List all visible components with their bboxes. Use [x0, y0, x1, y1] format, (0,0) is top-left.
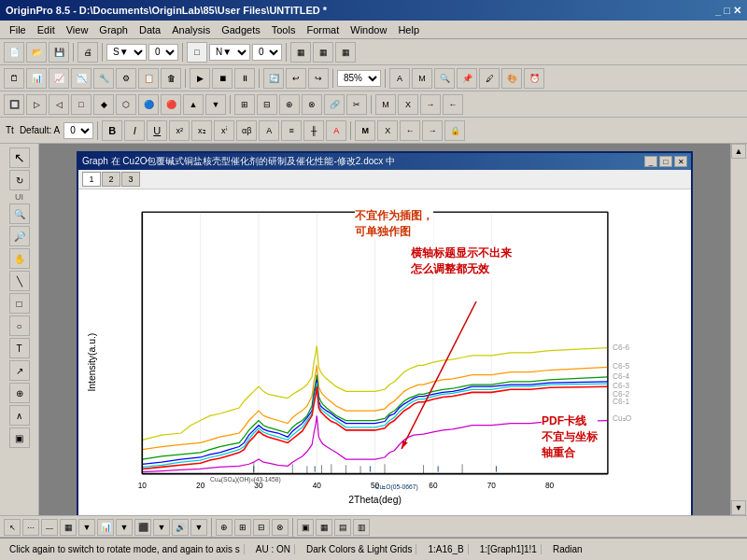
color-text-btn[interactable]: A: [326, 120, 346, 141]
n-select[interactable]: N▼: [209, 44, 250, 61]
color-btn[interactable]: □: [187, 42, 207, 63]
bt1-6[interactable]: 📊: [97, 519, 114, 536]
tb2-14[interactable]: ↪: [308, 68, 329, 89]
tb3-9[interactable]: ▲: [183, 94, 204, 115]
menu-data[interactable]: Data: [134, 22, 166, 37]
bt1-19[interactable]: ▥: [353, 519, 370, 536]
tb2-10[interactable]: ⏹: [212, 68, 233, 89]
num-select[interactable]: 0: [252, 44, 282, 61]
scroll-down-btn[interactable]: ▼: [731, 500, 746, 515]
tb3-14[interactable]: ⊗: [302, 94, 322, 115]
menu-view[interactable]: View: [61, 22, 94, 37]
arrow-right-btn[interactable]: →: [422, 120, 443, 141]
graph-close-btn[interactable]: ✕: [674, 156, 687, 167]
bt1-1[interactable]: ↖: [4, 519, 21, 536]
scroll-up-btn[interactable]: ▲: [731, 144, 746, 159]
tb2-6[interactable]: ⚙: [116, 68, 136, 89]
arrow-left-btn[interactable]: ←: [400, 120, 420, 141]
tb2-8[interactable]: 🗑: [161, 68, 181, 89]
bt1-18[interactable]: ▤: [334, 519, 351, 536]
tb2-17[interactable]: 🔍: [434, 68, 455, 89]
bt1-13[interactable]: ⊞: [234, 519, 251, 536]
mode-x-btn[interactable]: X: [377, 120, 398, 141]
rotate-tool[interactable]: ↻: [9, 170, 30, 190]
draw-rect-tool[interactable]: □: [9, 293, 30, 314]
draw-line-tool[interactable]: ╲: [9, 271, 30, 291]
bt1-3[interactable]: —: [41, 519, 58, 536]
tb2-2[interactable]: 📊: [26, 68, 47, 89]
tb2-21[interactable]: ⏰: [524, 68, 544, 89]
menu-gadgets[interactable]: Gadgets: [216, 22, 266, 37]
bt1-7[interactable]: ▼: [116, 519, 133, 536]
lock-btn[interactable]: 🔒: [444, 120, 465, 141]
pointer-tool[interactable]: ↖: [9, 147, 30, 168]
font-size-select[interactable]: 0: [63, 122, 93, 139]
tb3-11[interactable]: ⊞: [234, 94, 255, 115]
tb2-11[interactable]: ⏸: [234, 68, 255, 89]
tb3-12[interactable]: ⊟: [257, 94, 277, 115]
bt1-15[interactable]: ⊗: [272, 519, 289, 536]
tb3-17[interactable]: M: [375, 94, 396, 115]
bt1-9[interactable]: ▼: [153, 519, 170, 536]
tool1[interactable]: ▦: [290, 42, 311, 63]
cap-a-btn[interactable]: A: [259, 120, 279, 141]
menu-file[interactable]: File: [4, 22, 32, 37]
maximize-button[interactable]: □: [724, 5, 730, 16]
menu-analysis[interactable]: Analysis: [166, 22, 216, 37]
tb2-15[interactable]: A: [389, 68, 410, 89]
bold-button[interactable]: B: [102, 120, 122, 141]
line-style-select[interactable]: S▼: [106, 44, 147, 61]
bt1-11[interactable]: ▼: [190, 519, 207, 536]
tb3-3[interactable]: ◁: [49, 94, 69, 115]
alpha-btn[interactable]: αβ: [236, 120, 257, 141]
tb2-18[interactable]: 📌: [457, 68, 477, 89]
open-btn[interactable]: 📂: [26, 42, 47, 63]
data-reader-tool[interactable]: ⊕: [9, 383, 30, 403]
bt1-2[interactable]: ⋯: [22, 519, 39, 536]
tb3-6[interactable]: ⬡: [116, 94, 136, 115]
bt1-14[interactable]: ⊟: [253, 519, 270, 536]
line-width-select[interactable]: 0: [148, 44, 178, 61]
special-char-btn[interactable]: xⁱ: [214, 120, 234, 141]
tb3-8[interactable]: 🔴: [161, 94, 181, 115]
page-tab-2[interactable]: 2: [102, 172, 120, 187]
tb2-20[interactable]: 🎨: [501, 68, 522, 89]
graph-maximize-btn[interactable]: □: [659, 156, 672, 167]
tb2-19[interactable]: 🖊: [479, 68, 500, 89]
tb2-12[interactable]: 🔄: [263, 68, 284, 89]
tb2-9[interactable]: ▶: [190, 68, 210, 89]
draw-circle-tool[interactable]: ○: [9, 315, 30, 336]
align-btn[interactable]: ≡: [281, 120, 302, 141]
menu-format[interactable]: Format: [301, 22, 345, 37]
bt1-4[interactable]: ▦: [60, 519, 77, 536]
mask-tool[interactable]: ▣: [9, 427, 30, 448]
subscript-button[interactable]: x₂: [191, 120, 212, 141]
tool3[interactable]: ▦: [335, 42, 356, 63]
bt1-5[interactable]: ▼: [78, 519, 95, 536]
page-tab-3[interactable]: 3: [121, 172, 140, 187]
tb2-16[interactable]: M: [412, 68, 432, 89]
bt1-17[interactable]: ▦: [316, 519, 332, 536]
tb3-19[interactable]: →: [420, 94, 441, 115]
spacing-btn[interactable]: ╫: [303, 120, 324, 141]
tb3-5[interactable]: ◆: [93, 94, 114, 115]
tb2-5[interactable]: 🔧: [93, 68, 114, 89]
menu-edit[interactable]: Edit: [32, 22, 61, 37]
bt1-12[interactable]: ⊕: [216, 519, 233, 536]
underline-button[interactable]: U: [147, 120, 167, 141]
tb3-15[interactable]: 🔗: [324, 94, 345, 115]
new-btn[interactable]: 📄: [4, 42, 24, 63]
tb3-7[interactable]: 🔵: [138, 94, 159, 115]
mode-m-btn[interactable]: M: [355, 120, 375, 141]
menu-tools[interactable]: Tools: [266, 22, 302, 37]
tb3-16[interactable]: ✂: [346, 94, 367, 115]
tb3-20[interactable]: ←: [443, 94, 463, 115]
bt1-10[interactable]: 🔊: [172, 519, 189, 536]
close-button[interactable]: ✕: [733, 5, 741, 16]
arrow-tool[interactable]: ↗: [9, 360, 30, 381]
italic-button[interactable]: I: [124, 120, 145, 141]
page-tab-1[interactable]: 1: [82, 172, 101, 187]
tool2[interactable]: ▦: [313, 42, 333, 63]
tb2-7[interactable]: 📋: [138, 68, 159, 89]
save-btn[interactable]: 💾: [49, 42, 69, 63]
